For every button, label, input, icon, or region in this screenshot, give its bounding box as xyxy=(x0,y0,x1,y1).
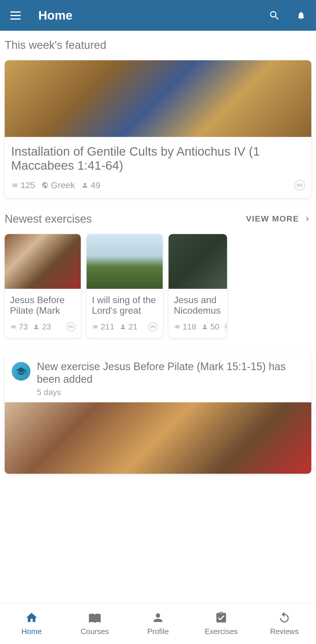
featured-meta: 125 Greek 49 0% xyxy=(11,180,305,190)
person-icon xyxy=(81,182,88,189)
list-icon xyxy=(174,324,180,330)
people-meta: 21 xyxy=(120,322,138,332)
people-meta: 50 xyxy=(202,322,219,332)
person-icon xyxy=(33,324,40,330)
main-content: This week's featured Installation of Gen… xyxy=(0,31,316,474)
refresh-icon xyxy=(278,611,291,624)
view-more-button[interactable]: VIEW MORE xyxy=(246,214,311,224)
feed-image xyxy=(5,402,311,474)
chevron-right-icon xyxy=(303,215,311,223)
count-meta: 73 xyxy=(10,322,28,332)
feed-avatar xyxy=(12,362,30,381)
count-value: 211 xyxy=(101,322,114,332)
exercise-image xyxy=(87,234,163,289)
feed-title: New exercise Jesus Before Pilate (Mark 1… xyxy=(37,360,304,385)
nav-reviews[interactable]: Reviews xyxy=(253,603,316,644)
exercise-meta: 118 50 0 xyxy=(174,322,222,332)
progress-badge: 0 xyxy=(225,322,227,332)
count-meta: 118 xyxy=(174,322,196,332)
newest-section-header: Newest exercises VIEW MORE xyxy=(5,213,311,225)
count-value: 125 xyxy=(20,180,35,190)
exercise-title: I will sing of the Lord's great lov… xyxy=(92,295,157,316)
count-value: 118 xyxy=(183,322,196,332)
exercise-meta: 73 23 0% xyxy=(10,322,75,332)
language-meta: Greek xyxy=(42,180,75,190)
exercises-row[interactable]: Jesus Before Pilate (Mark 15:1-… 73 23 0… xyxy=(5,234,311,338)
search-icon[interactable] xyxy=(269,10,280,21)
people-value: 49 xyxy=(91,180,100,190)
person-icon xyxy=(202,324,208,330)
book-icon xyxy=(88,611,101,624)
featured-section-title: This week's featured xyxy=(5,39,311,51)
people-value: 23 xyxy=(42,322,51,332)
list-icon xyxy=(92,324,98,330)
newest-section-title: Newest exercises xyxy=(5,213,92,225)
nav-label: Courses xyxy=(81,627,109,636)
exercise-title: Jesus and Nicodemus (J xyxy=(174,295,222,316)
home-icon xyxy=(25,611,38,624)
exercise-card[interactable]: Jesus and Nicodemus (J 118 50 0 xyxy=(169,234,227,338)
people-value: 50 xyxy=(210,322,219,332)
app-header: Home xyxy=(0,0,316,31)
person-icon xyxy=(152,611,164,624)
feed-time: 5 days xyxy=(37,388,304,397)
globe-icon xyxy=(42,182,49,189)
clipboard-icon xyxy=(215,611,228,624)
featured-card[interactable]: Installation of Gentile Cults by Antioch… xyxy=(5,60,311,198)
progress-badge: 0% xyxy=(294,180,305,190)
exercise-image xyxy=(5,234,81,289)
exercise-title: Jesus Before Pilate (Mark 15:1-… xyxy=(10,295,75,316)
list-icon xyxy=(11,182,18,189)
exercise-card[interactable]: I will sing of the Lord's great lov… 211… xyxy=(87,234,163,338)
nav-exercises[interactable]: Exercises xyxy=(190,603,253,644)
list-icon xyxy=(10,324,16,330)
exercise-card[interactable]: Jesus Before Pilate (Mark 15:1-… 73 23 0… xyxy=(5,234,81,338)
nav-label: Home xyxy=(21,627,42,636)
people-value: 21 xyxy=(128,322,138,332)
progress-badge: 0% xyxy=(66,322,75,332)
nav-home[interactable]: Home xyxy=(0,603,63,644)
nav-profile[interactable]: Profile xyxy=(126,603,190,644)
person-icon xyxy=(120,324,126,330)
nav-courses[interactable]: Courses xyxy=(63,603,126,644)
bottom-nav: Home Courses Profile Exercises Reviews xyxy=(0,603,316,644)
nav-label: Reviews xyxy=(270,627,299,636)
progress-badge: 0% xyxy=(148,322,157,332)
view-more-label: VIEW MORE xyxy=(246,214,299,224)
language-value: Greek xyxy=(51,180,75,190)
count-value: 73 xyxy=(19,322,28,332)
exercise-meta: 211 21 0% xyxy=(92,322,157,332)
count-meta: 125 xyxy=(11,180,35,190)
featured-image xyxy=(5,60,311,137)
feed-card[interactable]: New exercise Jesus Before Pilate (Mark 1… xyxy=(5,353,311,474)
feed-text: New exercise Jesus Before Pilate (Mark 1… xyxy=(37,360,304,397)
nav-label: Profile xyxy=(147,627,169,636)
feed-header: New exercise Jesus Before Pilate (Mark 1… xyxy=(5,353,311,402)
people-meta: 49 xyxy=(81,180,100,190)
bell-icon[interactable] xyxy=(296,10,306,21)
exercise-image xyxy=(169,234,227,289)
menu-icon[interactable] xyxy=(10,11,21,20)
page-title: Home xyxy=(38,8,269,23)
graduation-icon xyxy=(16,366,26,377)
featured-title: Installation of Gentile Cults by Antioch… xyxy=(11,145,305,173)
nav-label: Exercises xyxy=(205,627,238,636)
count-meta: 211 xyxy=(92,322,114,332)
people-meta: 23 xyxy=(33,322,51,332)
featured-body: Installation of Gentile Cults by Antioch… xyxy=(5,137,311,198)
